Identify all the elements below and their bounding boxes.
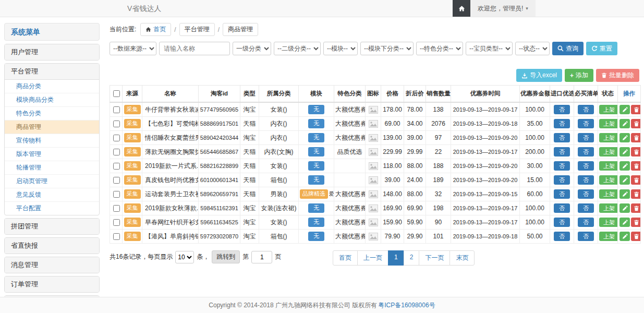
- row-checkbox[interactable]: [113, 106, 120, 113]
- pager-next[interactable]: 下一页: [419, 250, 450, 266]
- must-buy-toggle[interactable]: 否: [578, 203, 594, 213]
- must-buy-toggle[interactable]: 否: [578, 119, 594, 128]
- sidebar-item[interactable]: 商品管理: [5, 121, 99, 134]
- filter-select-source[interactable]: --数据来源--: [110, 42, 156, 55]
- delete-button[interactable]: [631, 105, 641, 114]
- edit-button[interactable]: [619, 175, 630, 185]
- row-checkbox[interactable]: [113, 163, 120, 170]
- edit-button[interactable]: [619, 147, 630, 156]
- page-size-select[interactable]: 10: [175, 251, 194, 263]
- edit-button[interactable]: [619, 203, 630, 213]
- pager-first[interactable]: 首页: [333, 250, 358, 266]
- reset-button[interactable]: 重置: [586, 42, 617, 55]
- import-select-toggle[interactable]: 否: [554, 133, 570, 142]
- delete-button[interactable]: [631, 161, 641, 171]
- status-button[interactable]: 上架: [599, 105, 618, 114]
- sidebar-item[interactable]: 轮播管理: [5, 161, 99, 175]
- status-button[interactable]: 上架: [599, 203, 618, 213]
- must-buy-toggle[interactable]: 否: [578, 161, 594, 171]
- breadcrumb-home[interactable]: 首页: [140, 23, 171, 36]
- jump-button[interactable]: 跳转到: [212, 250, 240, 263]
- pager-page[interactable]: 1: [388, 250, 404, 266]
- pager-prev[interactable]: 上一页: [357, 250, 388, 266]
- status-button[interactable]: 上架: [599, 218, 618, 227]
- sidebar-section-header[interactable]: 拼团管理: [5, 219, 99, 234]
- add-button[interactable]: + 添加: [565, 69, 593, 82]
- import-excel-button[interactable]: 导入excel: [516, 69, 562, 82]
- select-all-checkbox[interactable]: [113, 90, 120, 97]
- status-button[interactable]: 上架: [599, 161, 618, 171]
- delete-button[interactable]: [631, 175, 641, 185]
- sidebar-item[interactable]: 平台配置: [5, 202, 99, 215]
- must-buy-toggle[interactable]: 否: [578, 175, 594, 185]
- row-checkbox[interactable]: [113, 177, 120, 184]
- sidebar-item[interactable]: 意见反馈: [5, 188, 99, 202]
- delete-button[interactable]: [631, 232, 641, 241]
- row-checkbox[interactable]: [113, 219, 120, 226]
- breadcrumb-item[interactable]: 平台管理: [179, 23, 215, 36]
- import-select-toggle[interactable]: 否: [554, 232, 570, 241]
- batch-delete-button[interactable]: 批量删除: [596, 69, 639, 82]
- search-button[interactable]: 查询: [552, 42, 584, 55]
- must-buy-toggle[interactable]: 否: [578, 218, 594, 227]
- breadcrumb-item[interactable]: 商品管理: [223, 23, 258, 36]
- sidebar-section-header[interactable]: 消息管理: [5, 257, 99, 273]
- import-select-toggle[interactable]: 否: [554, 119, 570, 128]
- delete-button[interactable]: [631, 189, 641, 199]
- delete-button[interactable]: [631, 218, 641, 227]
- status-button[interactable]: 上架: [599, 119, 618, 128]
- delete-button[interactable]: [631, 133, 641, 142]
- status-button[interactable]: 上架: [599, 232, 618, 241]
- row-checkbox[interactable]: [113, 121, 120, 127]
- edit-button[interactable]: [619, 119, 630, 128]
- row-checkbox[interactable]: [113, 205, 120, 212]
- sidebar-item[interactable]: 宣传物料: [5, 134, 99, 148]
- must-buy-toggle[interactable]: 否: [578, 232, 594, 241]
- sidebar-item[interactable]: 商品分类: [5, 80, 99, 93]
- must-buy-toggle[interactable]: 否: [578, 147, 594, 156]
- edit-button[interactable]: [619, 232, 630, 241]
- user-menu[interactable]: 欢迎您，管理员! ▾: [470, 0, 536, 17]
- status-button[interactable]: 上架: [599, 147, 618, 156]
- edit-button[interactable]: [619, 133, 630, 142]
- must-buy-toggle[interactable]: 否: [578, 133, 594, 142]
- row-checkbox[interactable]: [113, 135, 120, 141]
- delete-button[interactable]: [631, 203, 641, 213]
- filter-select[interactable]: --二级分类--: [274, 42, 321, 55]
- import-select-toggle[interactable]: 否: [554, 175, 570, 185]
- home-button[interactable]: [453, 0, 470, 17]
- pager-last[interactable]: 末页: [449, 250, 475, 266]
- sidebar-section-header[interactable]: 用户管理: [5, 44, 99, 60]
- row-checkbox[interactable]: [113, 233, 120, 240]
- import-select-toggle[interactable]: 否: [554, 218, 570, 227]
- import-select-toggle[interactable]: 否: [554, 203, 570, 213]
- status-button[interactable]: 上架: [599, 133, 618, 142]
- delete-button[interactable]: [631, 147, 641, 156]
- page-number-input[interactable]: [251, 251, 272, 263]
- filter-select[interactable]: 一级分类: [233, 42, 271, 55]
- sidebar-section-header[interactable]: 平台管理: [5, 64, 99, 79]
- filter-select[interactable]: --模块下分类--: [360, 42, 414, 55]
- must-buy-toggle[interactable]: 否: [578, 105, 594, 114]
- edit-button[interactable]: [619, 105, 630, 114]
- edit-button[interactable]: [619, 161, 630, 171]
- status-button[interactable]: 上架: [599, 175, 618, 185]
- filter-select[interactable]: --宝贝类型--: [466, 42, 513, 55]
- filter-select[interactable]: --状态--: [515, 42, 550, 55]
- import-select-toggle[interactable]: 否: [554, 189, 570, 199]
- row-checkbox[interactable]: [113, 149, 120, 155]
- must-buy-toggle[interactable]: 否: [578, 189, 594, 199]
- import-select-toggle[interactable]: 否: [554, 147, 570, 156]
- icp-link[interactable]: 粤ICP备16098006号: [378, 301, 435, 310]
- sidebar-section-header[interactable]: 订单管理: [5, 276, 99, 292]
- sidebar-item[interactable]: 模块商品分类: [5, 93, 99, 107]
- row-checkbox[interactable]: [113, 191, 120, 198]
- filter-select[interactable]: --模块--: [323, 42, 358, 55]
- sidebar-section-header[interactable]: 省直快报: [5, 238, 99, 254]
- import-select-toggle[interactable]: 否: [554, 105, 570, 114]
- sidebar-item[interactable]: 特色分类: [5, 107, 99, 121]
- delete-button[interactable]: [631, 119, 641, 128]
- name-search-input[interactable]: [159, 42, 230, 55]
- edit-button[interactable]: [619, 218, 630, 227]
- filter-select[interactable]: --特色分类--: [416, 42, 463, 55]
